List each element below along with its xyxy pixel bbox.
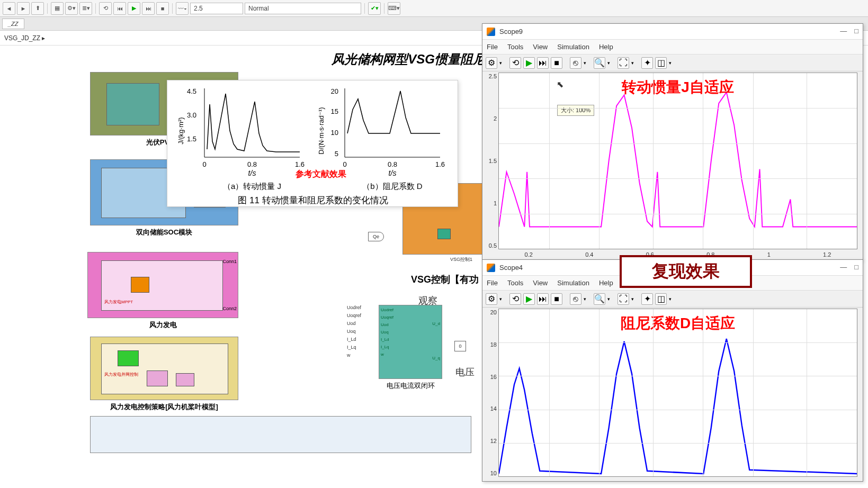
stop-time-input[interactable] bbox=[190, 3, 243, 14]
svg-text:0.8: 0.8 bbox=[388, 160, 397, 168]
cursor-icon: ⬉ bbox=[557, 79, 563, 89]
mode-select[interactable] bbox=[245, 3, 361, 14]
autoscale-button[interactable]: ⛶ bbox=[618, 293, 629, 305]
fast-restart-button[interactable]: ⟲ bbox=[99, 2, 112, 15]
scope9-titlebar[interactable]: Scope9 — □ bbox=[482, 24, 863, 40]
block-bottom[interactable] bbox=[90, 416, 471, 453]
svg-text:4.5: 4.5 bbox=[187, 87, 196, 95]
step-forward-button[interactable]: ⏭ bbox=[142, 2, 155, 15]
play-button[interactable]: ▶ bbox=[523, 293, 535, 305]
block-soc-label: 双向储能SOC模块 bbox=[90, 228, 238, 237]
menu-tools[interactable]: Tools bbox=[507, 43, 523, 51]
svg-text:（b）阻尼系数 D: （b）阻尼系数 D bbox=[362, 182, 423, 191]
scope4-plot[interactable]: 阻尼系数D自适应 201816141210 bbox=[498, 309, 857, 477]
svg-text:t/s: t/s bbox=[248, 169, 256, 177]
maximize-button[interactable]: □ bbox=[854, 27, 858, 35]
svg-text:0.8: 0.8 bbox=[247, 160, 257, 168]
step-button[interactable]: ⏭ bbox=[537, 293, 549, 305]
config-button[interactable]: ⚙ bbox=[486, 293, 497, 305]
svg-text:3.0: 3.0 bbox=[187, 111, 196, 119]
scope4-title: Scope4 bbox=[499, 264, 523, 272]
scope9-plot[interactable]: 转动惯量J自适应 大小: 100% 2.521.510.5 bbox=[498, 73, 857, 249]
play-button[interactable]: ▶ bbox=[523, 57, 535, 69]
svg-text:1.6: 1.6 bbox=[295, 160, 305, 168]
run-button[interactable]: ▶ bbox=[128, 2, 140, 15]
cursor-button[interactable]: ✦ bbox=[641, 57, 653, 69]
measure-button[interactable]: ◫ bbox=[655, 293, 667, 305]
signal-button[interactable]: 〰▾ bbox=[176, 2, 189, 15]
menu-file[interactable]: File bbox=[487, 279, 498, 287]
svg-text:15: 15 bbox=[331, 107, 338, 115]
zoom-button[interactable]: 🔍 bbox=[594, 57, 605, 69]
stop-button[interactable]: ■ bbox=[156, 2, 169, 15]
conn1-label: Conn1 bbox=[222, 259, 237, 264]
restart-button[interactable]: ⟲ bbox=[509, 57, 521, 69]
up-button[interactable]: ⬆ bbox=[31, 2, 44, 15]
menu-view[interactable]: View bbox=[533, 43, 548, 51]
menu-file[interactable]: File bbox=[487, 43, 498, 51]
step-back-button[interactable]: ⏮ bbox=[113, 2, 126, 15]
stop-scope-button[interactable]: ■ bbox=[551, 57, 562, 69]
config-button[interactable]: ⚙ bbox=[486, 57, 497, 69]
constant-zero[interactable]: 0 bbox=[454, 341, 466, 351]
back-button[interactable]: ◄ bbox=[3, 2, 15, 15]
reproduce-label: 复现效果 bbox=[620, 255, 752, 288]
svg-text:图 11   转动惯量和阻尼系数的变化情况: 图 11 转动惯量和阻尼系数的变化情况 bbox=[238, 195, 388, 205]
menu-simulation[interactable]: Simulation bbox=[557, 43, 589, 51]
menu-tools[interactable]: Tools bbox=[507, 279, 523, 287]
menu-view[interactable]: View bbox=[533, 279, 548, 287]
zoom-tooltip: 大小: 100% bbox=[557, 105, 594, 116]
vsg-sub-label: VSG控制1 bbox=[450, 256, 472, 263]
settings-button[interactable]: ⚙▾ bbox=[65, 2, 78, 15]
svg-text:D/(N·m·s·rad⁻¹): D/(N·m·s·rad⁻¹) bbox=[317, 107, 325, 154]
conn2-label: Conn2 bbox=[222, 306, 237, 311]
minimize-button[interactable]: — bbox=[840, 263, 847, 271]
scope9-toolbar: ⚙▾ ⟲ ▶ ⏭ ■ ⎋▾ 🔍▾ ⛶▾ ✦ ◫▾ bbox=[482, 55, 863, 71]
svg-text:0: 0 bbox=[343, 160, 346, 168]
scope9-window[interactable]: Scope9 — □ File Tools View Simulation He… bbox=[482, 23, 863, 260]
check-button[interactable]: ✔▾ bbox=[368, 2, 381, 15]
stop-scope-button[interactable]: ■ bbox=[551, 293, 562, 305]
block-vloop-label: 电压电流双闭环 bbox=[371, 381, 450, 391]
minimize-button[interactable]: — bbox=[840, 27, 847, 35]
scope4-trace bbox=[499, 309, 857, 476]
svg-text:1.6: 1.6 bbox=[435, 160, 445, 168]
scope4-plot-title: 阻尼系数D自适应 bbox=[621, 313, 735, 333]
cursor-button[interactable]: ✦ bbox=[641, 293, 653, 305]
trigger-button[interactable]: ⎋ bbox=[570, 293, 581, 305]
scope4-toolbar: ⚙▾ ⟲ ▶ ⏭ ■ ⎋▾ 🔍▾ ⛶▾ ✦ ◫▾ bbox=[482, 291, 863, 308]
maximize-button[interactable]: □ bbox=[854, 263, 858, 271]
svg-text:5: 5 bbox=[335, 150, 338, 158]
svg-text:10: 10 bbox=[331, 129, 338, 137]
library-button[interactable]: ▦ bbox=[51, 2, 64, 15]
svg-text:1.5: 1.5 bbox=[187, 135, 196, 143]
forward-button[interactable]: ► bbox=[17, 2, 30, 15]
scope9-title: Scope9 bbox=[499, 28, 523, 35]
menu-help[interactable]: Help bbox=[599, 279, 613, 287]
model-tab[interactable]: _ZZ bbox=[2, 19, 24, 29]
main-toolbar: ◄ ► ⬆ ▦ ⚙▾ ≣▾ ⟲ ⏮ ▶ ⏭ ■ 〰▾ ✔▾ ⌨▾ bbox=[0, 0, 868, 17]
voltage-label: 电压 bbox=[455, 366, 475, 378]
block-wind-ctrl[interactable]: 风力发电并网控制 bbox=[90, 337, 238, 400]
block-vloop[interactable]: UodrefUoqrefUodUoqI_LdI_Lqw U_d U_q bbox=[379, 305, 442, 379]
measure-button[interactable]: ◫ bbox=[655, 57, 667, 69]
block-wind-ctrl-label: 风力发电控制策略[风力机桨叶模型] bbox=[90, 402, 238, 412]
list-button[interactable]: ≣▾ bbox=[79, 2, 92, 15]
scope4-window[interactable]: Scope4 — □ File Tools View Simulation He… bbox=[482, 259, 863, 482]
wind-grid-label: 风力发电并网控制 bbox=[104, 372, 138, 377]
trigger-button[interactable]: ⎋ bbox=[570, 57, 581, 69]
autoscale-button[interactable]: ⛶ bbox=[618, 57, 629, 69]
menu-help[interactable]: Help bbox=[599, 43, 613, 51]
qe-port[interactable]: Qe bbox=[368, 232, 384, 241]
block-wind-label: 风力发电 bbox=[87, 320, 238, 330]
restart-button[interactable]: ⟲ bbox=[509, 293, 521, 305]
block-wind[interactable]: 风力发电MPPT Conn1 Conn2 bbox=[87, 252, 238, 318]
wind-mppt-label: 风力发电MPPT bbox=[104, 299, 133, 305]
menu-simulation[interactable]: Simulation bbox=[557, 279, 589, 287]
keyboard-button[interactable]: ⌨▾ bbox=[388, 2, 400, 15]
zoom-button[interactable]: 🔍 bbox=[594, 293, 605, 305]
svg-text:t/s: t/s bbox=[389, 169, 397, 177]
scope9-plot-title: 转动惯量J自适应 bbox=[622, 77, 734, 97]
step-button[interactable]: ⏭ bbox=[537, 57, 549, 69]
svg-text:（a）转动惯量 J: （a）转动惯量 J bbox=[223, 182, 281, 191]
